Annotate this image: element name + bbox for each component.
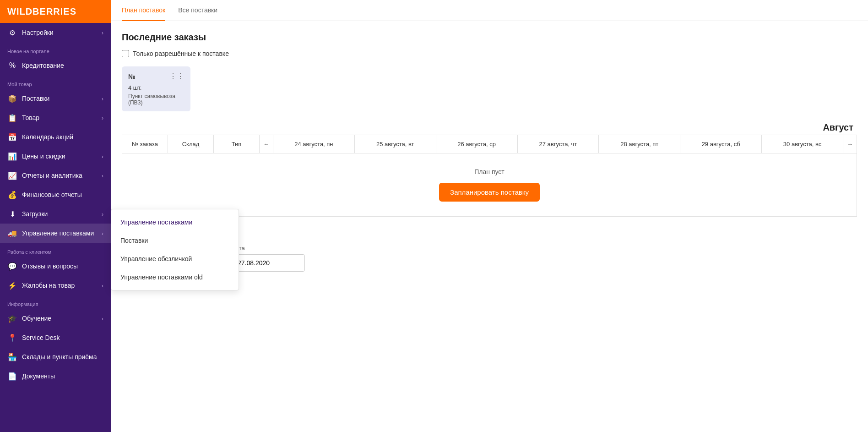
sidebar-item-zagruzki[interactable]: ⬇ Загрузки › <box>0 204 111 224</box>
warehouse-icon: 🏪 <box>7 352 17 362</box>
sidebar-item-tovar[interactable]: 📋 Товар › <box>0 108 111 127</box>
calendar-icon: 📅 <box>7 132 17 142</box>
sidebar-item-otchety[interactable]: 📈 Отчеты и аналитика › <box>0 166 111 185</box>
last-orders-title: Последние заказы <box>122 32 857 43</box>
tab-plan[interactable]: План поставок <box>122 0 165 21</box>
col-sklad: Склад <box>168 135 214 153</box>
sidebar-section-new: Новое на портале <box>0 42 111 56</box>
arrow-icon: › <box>102 95 103 102</box>
sidebar-item-label: Документы <box>22 372 55 380</box>
sidebar-item-label: Цены и скидки <box>22 153 65 160</box>
lightning-icon: ⚡ <box>7 280 17 290</box>
chart-icon: 📊 <box>7 151 17 161</box>
sidebar-item-service-desk[interactable]: 📍 Service Desk <box>0 328 111 347</box>
col-day-3: 26 августа, ср <box>436 135 517 153</box>
sidebar-section-info: Информация <box>0 295 111 309</box>
analytics-icon: 📈 <box>7 170 17 180</box>
sidebar-item-postavki[interactable]: 📦 Поставки › <box>0 89 111 108</box>
checkbox-row: Только разрешённые к поставке <box>122 50 857 57</box>
arrow-icon: › <box>102 282 103 289</box>
sidebar-item-label: Service Desk <box>22 334 60 341</box>
download-icon: ⬇ <box>7 209 17 219</box>
tab-all[interactable]: Все поставки <box>178 0 217 21</box>
last-orders-section: Последние заказы Только разрешённые к по… <box>122 32 857 111</box>
logo-text: WILDBERRIES <box>7 6 76 17</box>
sidebar-item-label: Поставки <box>22 95 49 102</box>
sidebar-item-kalendar[interactable]: 📅 Календарь акций <box>0 127 111 147</box>
schedule-delivery-button[interactable]: Запланировать поставку <box>439 183 540 202</box>
sidebar-item-zhaloby[interactable]: ⚡ Жалобы на товар › <box>0 276 111 295</box>
education-icon: 🎓 <box>7 313 17 323</box>
sidebar-item-finansy[interactable]: 💰 Финансовые отчеты <box>0 185 111 204</box>
checkbox-label: Только разрешённые к поставке <box>133 50 229 57</box>
sidebar: WILDBERRIES ⚙ Настройки › Новое на порта… <box>0 0 111 432</box>
arrow-icon: › <box>102 230 103 237</box>
date-field-group: Дата <box>232 245 305 272</box>
settings-icon: ⚙ <box>7 27 17 38</box>
calendar-table: № заказа Склад Тип ← 24 августа, пн 25 а… <box>122 135 857 153</box>
sidebar-item-label: Настройки <box>22 29 54 36</box>
arrow-icon: › <box>102 315 103 322</box>
document-icon: 📄 <box>7 371 17 381</box>
tabs-bar: План поставок Все поставки <box>111 0 868 21</box>
dropdown-item-postavki[interactable]: Поставки <box>111 231 239 250</box>
sidebar-item-label: Кредитование <box>22 62 64 69</box>
date-label: Дата <box>232 245 305 252</box>
sidebar-item-upravlenie[interactable]: 🚚 Управление поставками › <box>0 224 111 243</box>
arrow-icon: › <box>102 153 103 160</box>
sidebar-item-label: Товар <box>22 114 39 121</box>
card-number: № <box>128 73 136 80</box>
col-day-7: 30 августа, вс <box>762 135 843 153</box>
card-header: № ⋮⋮ <box>128 72 184 81</box>
order-card: № ⋮⋮ 4 шт. Пункт самовывоза (ПВЗ) <box>122 66 190 111</box>
sidebar-logo: WILDBERRIES <box>0 0 111 23</box>
finance-icon: 💰 <box>7 190 17 200</box>
clipboard-icon: 📋 <box>7 113 17 123</box>
col-tip: Тип <box>214 135 260 153</box>
card-menu-dots[interactable]: ⋮⋮ <box>169 72 184 81</box>
next-week-button[interactable]: → <box>843 135 857 153</box>
sidebar-item-nastroyki[interactable]: ⚙ Настройки › <box>0 23 111 42</box>
sidebar-item-dokumenty[interactable]: 📄 Документы <box>0 366 111 386</box>
col-day-6: 29 августа, сб <box>680 135 762 153</box>
sidebar-item-obuchenie[interactable]: 🎓 Обучение › <box>0 309 111 328</box>
dropdown-item-old[interactable]: Управление поставками old <box>111 268 239 286</box>
sidebar-item-label: Управление поставками <box>22 230 94 237</box>
sidebar-item-label: Загрузки <box>22 210 48 218</box>
plan-empty-container: План пуст Запланировать поставку <box>122 153 857 217</box>
percent-icon: % <box>7 60 17 71</box>
dropdown-item-obezlichka[interactable]: Управление обезличкой <box>111 250 239 268</box>
arrow-icon: › <box>102 172 103 179</box>
prev-week-button[interactable]: ← <box>260 135 273 153</box>
plan-empty-text: План пуст <box>474 168 504 175</box>
card-qty: 4 шт. <box>128 84 184 91</box>
dropdown-item-upravlenie[interactable]: Управление поставками <box>111 213 239 231</box>
arrow-icon: › <box>102 211 103 218</box>
calendar-section: Август № заказа Склад Тип ← 24 августа, … <box>122 122 857 217</box>
sidebar-item-sklady[interactable]: 🏪 Склады и пункты приёма <box>0 347 111 366</box>
sidebar-section-clients: Работа с клиентом <box>0 243 111 257</box>
sidebar-item-label: Финансовые отчеты <box>22 191 82 198</box>
col-day-5: 28 августа, пт <box>599 135 680 153</box>
col-day-1: 24 августа, пн <box>273 135 355 153</box>
sidebar-item-kreditovanie[interactable]: % Кредитование <box>0 56 111 75</box>
sidebar-item-label: Отчеты и аналитика <box>22 172 82 179</box>
arrow-icon: › <box>102 29 103 36</box>
date-input[interactable] <box>232 254 305 272</box>
month-label: Август <box>122 122 857 133</box>
chat-icon: 💬 <box>7 261 17 271</box>
sidebar-item-label: Склады и пункты приёма <box>22 353 97 361</box>
allowed-checkbox[interactable] <box>122 50 129 57</box>
truck-icon: 🚚 <box>7 228 17 238</box>
sidebar-item-label: Обучение <box>22 315 51 322</box>
col-order-num: № заказа <box>122 135 168 153</box>
sidebar-item-label: Жалобы на товар <box>22 282 75 289</box>
sidebar-item-otzyvy[interactable]: 💬 Отзывы и вопросы <box>0 257 111 276</box>
col-day-4: 27 августа, чт <box>517 135 599 153</box>
sidebar-item-ceny[interactable]: 📊 Цены и скидки › <box>0 147 111 166</box>
location-icon: 📍 <box>7 333 17 343</box>
dropdown-menu: Управление поставками Поставки Управлени… <box>111 209 239 290</box>
sidebar-item-label: Календарь акций <box>22 133 73 141</box>
box-icon: 📦 <box>7 93 17 104</box>
card-type: Пункт самовывоза (ПВЗ) <box>128 93 184 106</box>
